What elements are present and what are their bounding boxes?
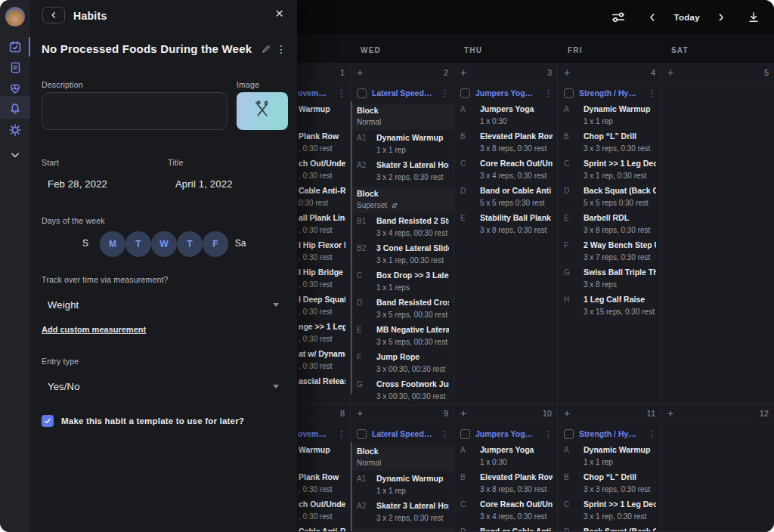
measurement-select[interactable]: Weight	[48, 299, 79, 311]
exercise-name[interactable]: Cross Footwork Jump Rope	[376, 379, 449, 389]
exercise-name[interactable]: Stability Ball Plank Linear ...	[480, 213, 553, 223]
cell-scrollbar[interactable]	[351, 101, 352, 394]
sidebar-item-calendar[interactable]	[0, 37, 30, 57]
workout-menu-icon[interactable]: ⋮	[337, 430, 345, 438]
day-toggle-f-5[interactable]: F	[203, 231, 228, 257]
workout-checkbox[interactable]	[460, 88, 470, 98]
exercise-name[interactable]: Dynamic Warmup	[584, 104, 656, 114]
workout-title[interactable]: Lateral Speed / Plyo	[372, 429, 432, 438]
exercise-name[interactable]: Band Resisted 2 Step Late...	[376, 216, 449, 226]
exercise-name[interactable]: Dynamic Warmup	[376, 133, 449, 143]
exercise-name[interactable]: MB Negative Lateral Hop...	[376, 325, 449, 335]
workout-title-fragment[interactable]: ovement Q...	[298, 88, 329, 97]
workout-title[interactable]: Jumpers Yoga / Core	[475, 88, 536, 97]
exercise-name[interactable]: Jump Rope	[376, 352, 449, 362]
workout-title[interactable]: Jumpers Yoga / Core	[475, 429, 536, 438]
exercise-name[interactable]: Skater 3 Lateral Hops >> ...	[376, 501, 449, 511]
exercise-name[interactable]: Jumpers Yoga	[480, 104, 553, 114]
exercise-name[interactable]: 2 Way Bench Step Up	[584, 240, 656, 250]
workout-title-fragment[interactable]: ovement Q...	[298, 429, 329, 438]
sidebar-item-settings[interactable]	[0, 120, 30, 140]
exercise-name[interactable]: Back Squat (Back Off Set)	[584, 186, 656, 196]
sidebar-expand-chevron[interactable]	[0, 145, 30, 165]
add-event-icon[interactable]: +	[460, 408, 466, 419]
workout-menu-icon[interactable]: ⋮	[544, 89, 553, 97]
day-toggle-t-2[interactable]: T	[125, 231, 151, 257]
add-event-icon[interactable]: +	[460, 67, 466, 78]
add-event-icon[interactable]: +	[667, 408, 673, 419]
workout-checkbox[interactable]	[564, 429, 574, 439]
exercise-name[interactable]: Band or Cable Anti Rotati...	[480, 186, 553, 196]
today-button[interactable]: Today	[673, 13, 700, 22]
exercise-name[interactable]: Chop “L” Drill	[584, 472, 656, 482]
close-icon[interactable]: ×	[275, 6, 283, 20]
add-event-icon[interactable]: +	[564, 408, 570, 419]
workout-title[interactable]: Strength / Hypertro...	[579, 429, 639, 438]
exercise-name[interactable]: Swiss Ball Triple Threat	[584, 268, 656, 277]
workout-menu-icon[interactable]: ⋮	[648, 89, 656, 97]
exercise-name[interactable]: Band Resisted Crossover...	[376, 298, 449, 308]
day-toggle-t-4[interactable]: T	[177, 231, 203, 257]
exercise-name[interactable]: Chop “L” Drill	[584, 131, 656, 141]
workout-checkbox[interactable]	[460, 429, 470, 439]
exercise-name[interactable]: Dynamic Warmup	[376, 474, 449, 484]
exercise-name[interactable]: Elevated Plank Row	[480, 472, 553, 482]
exercise-name[interactable]: Jumpers Yoga	[480, 445, 553, 455]
exercise-row: AJumpers Yoga1 x 0:30	[460, 445, 553, 467]
add-event-icon[interactable]: +	[564, 67, 570, 78]
day-toggle-m-1[interactable]: M	[100, 231, 125, 257]
add-event-icon[interactable]: +	[357, 408, 363, 419]
add-event-icon[interactable]: +	[357, 67, 363, 78]
day-toggle-w-3[interactable]: W	[151, 231, 177, 257]
end-date-field[interactable]: April 1, 2022	[175, 178, 233, 190]
entry-type-select[interactable]: Yes/No	[48, 381, 80, 392]
sidebar-item-health[interactable]	[0, 79, 30, 98]
workout-menu-icon[interactable]: ⋮	[337, 89, 345, 97]
start-date-field[interactable]: Feb 28, 2022	[48, 178, 107, 190]
workout-menu-icon[interactable]: ⋮	[441, 430, 449, 438]
habit-menu-icon[interactable]: ⋮	[276, 44, 286, 54]
add-event-icon[interactable]: +	[667, 67, 673, 78]
next-week-icon[interactable]	[715, 11, 727, 23]
sidebar-item-documents[interactable]	[0, 57, 30, 77]
workout-checkbox[interactable]	[357, 88, 367, 98]
edit-icon[interactable]	[261, 44, 271, 54]
filter-sliders-icon[interactable]	[610, 9, 627, 26]
sidebar-item-notifications[interactable]	[0, 99, 30, 119]
workout-title[interactable]: Strength / Hypertro...	[579, 88, 639, 97]
workout-title[interactable]: Lateral Speed / Plyo	[372, 88, 432, 97]
description-input[interactable]	[42, 92, 228, 130]
add-custom-measurement-link[interactable]: Add custom measurement	[42, 325, 146, 334]
exercise-name[interactable]: 1 Leg Calf Raise	[584, 295, 656, 305]
exercise-name[interactable]: Core Reach Out/Under	[480, 500, 553, 509]
chevron-down-icon[interactable]	[273, 303, 279, 307]
back-button[interactable]	[42, 7, 65, 23]
avatar[interactable]	[5, 7, 25, 26]
exercise-name[interactable]: Sprint >> 1 Leg Declarations	[584, 159, 656, 169]
workout-card-header: Lateral Speed / Plyo⋮	[357, 86, 449, 100]
workout-menu-icon[interactable]: ⋮	[648, 430, 656, 438]
exercise-name[interactable]: Barbell RDL	[584, 213, 656, 223]
cell-scrollbar[interactable]	[351, 442, 352, 532]
workout-menu-icon[interactable]: ⋮	[544, 430, 553, 438]
workout-menu-icon[interactable]: ⋮	[441, 89, 449, 97]
exercise-name[interactable]: Dynamic Warmup	[584, 445, 656, 455]
exercise-name[interactable]: Skater 3 Lateral Hops >> ...	[376, 160, 449, 170]
exercise-name[interactable]: Core Reach Out/Under	[480, 159, 553, 169]
day-toggle-sa-6[interactable]: Sa	[235, 238, 246, 249]
exercise-name[interactable]: Elevated Plank Row	[480, 131, 553, 141]
exercise-name[interactable]: Back Squat (Back Off Set)	[584, 527, 656, 532]
workout-checkbox[interactable]	[357, 429, 367, 439]
day-toggle-s-0[interactable]: S	[82, 238, 88, 249]
workout-checkbox[interactable]	[564, 88, 574, 98]
exercise-name[interactable]: 3 Cone Lateral Slide	[376, 243, 449, 253]
exercise-row: ADynamic Warmup1 x 1 rep	[564, 445, 656, 467]
habit-image-tile[interactable]	[237, 92, 288, 130]
download-icon[interactable]	[747, 11, 760, 24]
exercise-name[interactable]: Box Drop >> 3 Lateral H...	[376, 271, 449, 280]
exercise-name[interactable]: Sprint >> 1 Leg Declarations	[584, 500, 656, 509]
exercise-name[interactable]: Band or Cable Anti Rotati...	[480, 527, 553, 532]
template-checkbox[interactable]	[42, 415, 54, 427]
chevron-down-icon[interactable]	[273, 385, 279, 388]
prev-week-icon[interactable]	[646, 11, 658, 23]
